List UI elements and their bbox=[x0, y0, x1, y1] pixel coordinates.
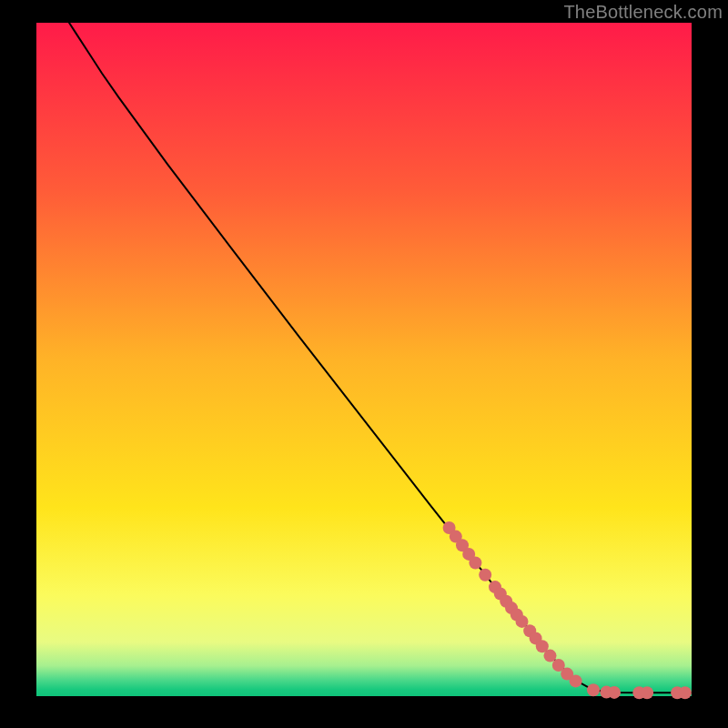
chart-container: TheBottleneck.com bbox=[0, 0, 728, 728]
data-point bbox=[587, 683, 600, 696]
chart-canvas bbox=[0, 0, 728, 728]
data-point bbox=[608, 686, 621, 699]
plot-background bbox=[36, 23, 692, 696]
data-point bbox=[679, 686, 692, 699]
watermark-label: TheBottleneck.com bbox=[563, 2, 723, 23]
data-point bbox=[570, 674, 582, 687]
data-point bbox=[641, 686, 653, 699]
data-point bbox=[544, 650, 557, 662]
data-point bbox=[479, 569, 491, 581]
data-point bbox=[469, 557, 481, 570]
